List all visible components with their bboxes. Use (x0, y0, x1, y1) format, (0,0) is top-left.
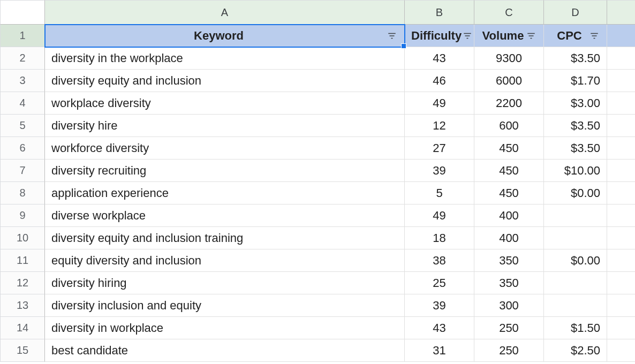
cell-keyword[interactable]: diversity hiring (45, 272, 405, 294)
cell-D1[interactable]: CPC (544, 25, 607, 47)
cell-keyword[interactable]: application experience (45, 182, 405, 204)
cell-A1[interactable]: Keyword (45, 25, 405, 47)
cell-difficulty[interactable]: 27 (405, 137, 474, 160)
cell-keyword[interactable]: diversity hire (45, 115, 405, 137)
row-header[interactable]: 2 (0, 47, 45, 70)
row-header[interactable]: 14 (0, 317, 45, 339)
filter-icon[interactable] (462, 30, 473, 42)
cell-extra[interactable] (607, 294, 635, 317)
row-header[interactable]: 10 (0, 227, 45, 249)
cell-volume[interactable]: 600 (474, 115, 544, 137)
cell-extra[interactable] (607, 227, 635, 249)
column-header-D[interactable]: D (544, 0, 607, 25)
cell-extra[interactable] (607, 160, 635, 182)
row-header[interactable]: 7 (0, 160, 45, 182)
cell-C1[interactable]: Volume (474, 25, 544, 47)
cell-keyword[interactable]: diversity in the workplace (45, 47, 405, 70)
row-header[interactable]: 5 (0, 115, 45, 137)
cell-extra[interactable] (607, 115, 635, 137)
row-header[interactable]: 1 (0, 25, 45, 47)
cell-volume[interactable]: 250 (474, 339, 544, 362)
cell-extra[interactable] (607, 204, 635, 227)
cell-keyword[interactable]: diverse workplace (45, 204, 405, 227)
cell-difficulty[interactable]: 25 (405, 272, 474, 294)
cell-volume[interactable]: 300 (474, 294, 544, 317)
cell-volume[interactable]: 350 (474, 272, 544, 294)
cell-volume[interactable]: 2200 (474, 92, 544, 115)
cell-extra[interactable] (607, 249, 635, 272)
cell-cpc[interactable]: $0.00 (544, 249, 607, 272)
cell-extra[interactable] (607, 182, 635, 204)
cell-volume[interactable]: 450 (474, 182, 544, 204)
cell-cpc[interactable]: $3.50 (544, 137, 607, 160)
cell-E1[interactable] (607, 25, 635, 47)
cell-difficulty[interactable]: 49 (405, 204, 474, 227)
filter-icon[interactable] (525, 30, 537, 42)
cell-extra[interactable] (607, 70, 635, 92)
cell-difficulty[interactable]: 18 (405, 227, 474, 249)
cell-volume[interactable]: 250 (474, 317, 544, 339)
cell-extra[interactable] (607, 317, 635, 339)
row-header[interactable]: 3 (0, 70, 45, 92)
cell-difficulty[interactable]: 39 (405, 294, 474, 317)
cell-volume[interactable]: 350 (474, 249, 544, 272)
cell-cpc[interactable]: $0.00 (544, 182, 607, 204)
cell-difficulty[interactable]: 31 (405, 339, 474, 362)
cell-cpc[interactable] (544, 272, 607, 294)
cell-keyword[interactable]: workforce diversity (45, 137, 405, 160)
cell-extra[interactable] (607, 272, 635, 294)
column-header-A[interactable]: A (45, 0, 405, 25)
cell-cpc[interactable] (544, 204, 607, 227)
select-all-corner[interactable] (0, 0, 45, 25)
cell-keyword[interactable]: diversity inclusion and equity (45, 294, 405, 317)
filter-icon[interactable] (386, 30, 398, 42)
cell-cpc[interactable]: $10.00 (544, 160, 607, 182)
cell-volume[interactable]: 450 (474, 137, 544, 160)
filter-icon[interactable] (588, 30, 600, 42)
column-header-extra[interactable] (607, 0, 635, 25)
cell-difficulty[interactable]: 39 (405, 160, 474, 182)
cell-volume[interactable]: 400 (474, 227, 544, 249)
cell-difficulty[interactable]: 38 (405, 249, 474, 272)
row-header[interactable]: 11 (0, 249, 45, 272)
cell-difficulty[interactable]: 46 (405, 70, 474, 92)
cell-difficulty[interactable]: 49 (405, 92, 474, 115)
cell-difficulty[interactable]: 43 (405, 317, 474, 339)
row-header[interactable]: 9 (0, 204, 45, 227)
row-header[interactable]: 13 (0, 294, 45, 317)
cell-keyword[interactable]: diversity equity and inclusion (45, 70, 405, 92)
cell-cpc[interactable]: $3.00 (544, 92, 607, 115)
cell-B1[interactable]: Difficulty (405, 25, 474, 47)
row-header[interactable]: 12 (0, 272, 45, 294)
row-header[interactable]: 4 (0, 92, 45, 115)
cell-keyword[interactable]: equity diversity and inclusion (45, 249, 405, 272)
cell-cpc[interactable]: $1.70 (544, 70, 607, 92)
cell-difficulty[interactable]: 12 (405, 115, 474, 137)
column-header-B[interactable]: B (405, 0, 474, 25)
cell-volume[interactable]: 450 (474, 160, 544, 182)
cell-cpc[interactable] (544, 227, 607, 249)
cell-difficulty[interactable]: 5 (405, 182, 474, 204)
cell-keyword[interactable]: best candidate (45, 339, 405, 362)
cell-volume[interactable]: 9300 (474, 47, 544, 70)
cell-keyword[interactable]: workplace diversity (45, 92, 405, 115)
cell-keyword[interactable]: diversity in workplace (45, 317, 405, 339)
row-header[interactable]: 8 (0, 182, 45, 204)
cell-cpc[interactable]: $2.50 (544, 339, 607, 362)
cell-extra[interactable] (607, 92, 635, 115)
cell-keyword[interactable]: diversity equity and inclusion training (45, 227, 405, 249)
cell-volume[interactable]: 400 (474, 204, 544, 227)
cell-keyword[interactable]: diversity recruiting (45, 160, 405, 182)
cell-volume[interactable]: 6000 (474, 70, 544, 92)
cell-extra[interactable] (607, 137, 635, 160)
row-header[interactable]: 15 (0, 339, 45, 362)
cell-cpc[interactable]: $1.50 (544, 317, 607, 339)
cell-difficulty[interactable]: 43 (405, 47, 474, 70)
cell-cpc[interactable] (544, 294, 607, 317)
spreadsheet-grid[interactable]: A B C D 1 Keyword Difficulty Volume CPC … (0, 0, 635, 362)
cell-cpc[interactable]: $3.50 (544, 47, 607, 70)
cell-extra[interactable] (607, 339, 635, 362)
cell-cpc[interactable]: $3.50 (544, 115, 607, 137)
row-header[interactable]: 6 (0, 137, 45, 160)
cell-extra[interactable] (607, 47, 635, 70)
